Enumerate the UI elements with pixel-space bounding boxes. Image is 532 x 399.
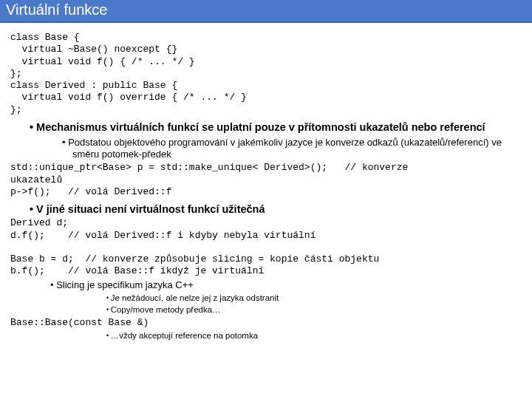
code-block-2: std::unique_ptr<Base> p = std::make_uniq… [10,162,522,198]
bullet-level2: Podstatou objektového programování v jak… [62,137,522,161]
code-block-1: class Base { virtual ~Base() noexcept {}… [10,32,522,116]
bullet-level1: V jiné situaci není virtuálnost funkcí u… [30,202,522,216]
code-block-4: Base::Base(const Base &) [10,317,522,329]
bullet-level3: …vždy akceptují reference na potomka [106,330,522,341]
slide-body: class Base { virtual ~Base() noexcept {}… [0,23,532,344]
bullet-level1: Mechanismus virtuálních funkcí se uplatn… [30,120,522,134]
bullet-level3: Je nežádoucí, ale nelze jej z jazyka ods… [106,293,522,303]
code-block-3: Derived d; d.f(); // volá Derived::f i k… [10,217,522,277]
bullet-level2: Slicing je specifikum jazyka C++ [50,279,522,291]
slide-title: Virtuální funkce [0,0,532,23]
bullet-level3: Copy/move metody předka… [106,304,522,315]
